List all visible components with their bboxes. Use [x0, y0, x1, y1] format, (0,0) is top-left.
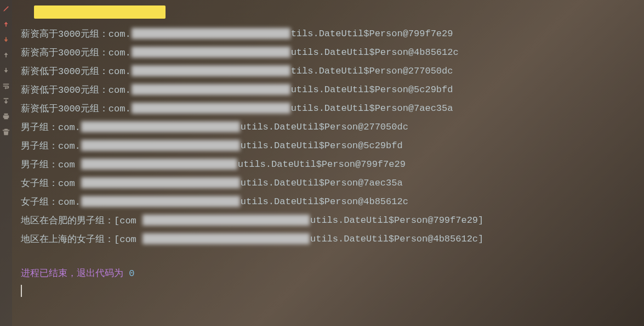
arrow-down-gray-icon[interactable]: [2, 66, 10, 75]
line-suffix: utils.DateUtil$Person@4b85612c: [291, 47, 459, 58]
cursor: [21, 285, 22, 297]
output-lines: 薪资高于3000元组：com.tils.DateUtil$Person@799f…: [21, 24, 635, 248]
trash-icon[interactable]: [2, 127, 10, 136]
output-line: 男子组：com utils.DateUtil$Person@799f7e29: [21, 155, 635, 173]
output-line: 男子组：com.utils.DateUtil$Person@277050dc: [21, 117, 635, 136]
line-suffix: utils.DateUtil$Person@277050dc: [241, 122, 408, 132]
redacted-segment: [132, 47, 290, 58]
output-line: 薪资低于3000元组：com.utils.DateUtil$Person@7ae…: [21, 99, 635, 117]
output-line: 薪资高于3000元组：com.utils.DateUtil$Person@4b8…: [21, 43, 635, 61]
console-output[interactable]: 薪资高于3000元组：com.tils.DateUtil$Person@799f…: [12, 0, 644, 326]
line-suffix: utils.DateUtil$Person@799f7e29]: [310, 215, 483, 226]
line-suffix: utils.DateUtil$Person@4b85612c: [241, 196, 408, 207]
line-prefix: 地区在上海的女子组：[com: [21, 233, 142, 245]
redacted-segment: [81, 140, 240, 151]
redacted-segment: [132, 65, 290, 76]
edit-icon[interactable]: [2, 4, 10, 13]
soft-wrap-icon[interactable]: [2, 81, 10, 90]
redacted-segment: [132, 28, 290, 39]
line-prefix: 薪资低于3000元组：com.: [21, 65, 131, 77]
line-prefix: 男子组：com.: [21, 139, 81, 152]
export-icon[interactable]: [2, 97, 10, 105]
line-suffix: utils.DateUtil$Person@799f7e29: [238, 159, 406, 170]
line-prefix: 地区在合肥的男子组：[com: [21, 214, 142, 227]
output-line: 男子组：com.utils.DateUtil$Person@5c29bfd: [21, 136, 635, 155]
redacted-segment: [81, 121, 240, 132]
redacted-segment: [143, 215, 310, 226]
line-prefix: 男子组：com.: [21, 121, 81, 133]
line-prefix: 薪资高于3000元组：com.: [21, 27, 131, 40]
print-icon[interactable]: [2, 112, 10, 121]
line-suffix: utils.DateUtil$Person@5c29bfd: [291, 85, 453, 95]
redacted-segment: [132, 103, 290, 114]
line-prefix: 男子组：com: [21, 158, 81, 171]
arrow-up-red-icon[interactable]: [2, 20, 10, 29]
output-line: 地区在上海的女子组：[com utils.DateUtil$Person@4b8…: [21, 229, 635, 248]
output-line: 薪资低于3000元组：com.utils.DateUtil$Person@5c2…: [21, 80, 635, 99]
output-line: 地区在合肥的男子组：[com utils.DateUtil$Person@799…: [21, 211, 635, 229]
output-line: 薪资高于3000元组：com.tils.DateUtil$Person@799f…: [21, 24, 635, 43]
line-prefix: 薪资低于3000元组：com.: [21, 83, 131, 96]
line-suffix: utils.DateUtil$Person@7aec35a: [291, 103, 453, 114]
exit-status-line: 进程已结束，退出代码为 0: [21, 267, 635, 279]
highlighted-text: [34, 5, 166, 19]
exit-text: 进程已结束，退出代码为: [21, 268, 129, 279]
line-prefix: 薪资低于3000元组：com.: [21, 102, 131, 115]
arrow-up-icon[interactable]: [2, 50, 10, 59]
redacted-segment: [81, 177, 240, 188]
line-suffix: tils.DateUtil$Person@799f7e29: [291, 29, 453, 39]
output-line: 女子组：com.utils.DateUtil$Person@4b85612c: [21, 192, 635, 211]
redacted-segment: [143, 233, 310, 244]
line-prefix: 女子组：com: [21, 177, 81, 189]
redacted-segment: [132, 84, 290, 95]
line-suffix: tils.DateUtil$Person@277050dc: [291, 66, 453, 76]
gutter-sidebar: [0, 0, 12, 326]
line-suffix: utils.DateUtil$Person@4b85612c]: [310, 234, 483, 244]
arrow-down-icon[interactable]: [2, 35, 10, 44]
line-prefix: 女子组：com.: [21, 195, 81, 208]
redacted-segment: [81, 159, 237, 170]
redacted-segment: [81, 196, 240, 207]
line-prefix: 薪资高于3000元组：com.: [21, 46, 131, 59]
output-line: 薪资低于3000元组：com.tils.DateUtil$Person@2770…: [21, 61, 635, 80]
exit-code: 0: [129, 268, 134, 279]
line-suffix: utils.DateUtil$Person@7aec35a: [241, 178, 403, 188]
line-suffix: utils.DateUtil$Person@5c29bfd: [241, 140, 403, 151]
output-line: 女子组：com utils.DateUtil$Person@7aec35a: [21, 173, 635, 192]
